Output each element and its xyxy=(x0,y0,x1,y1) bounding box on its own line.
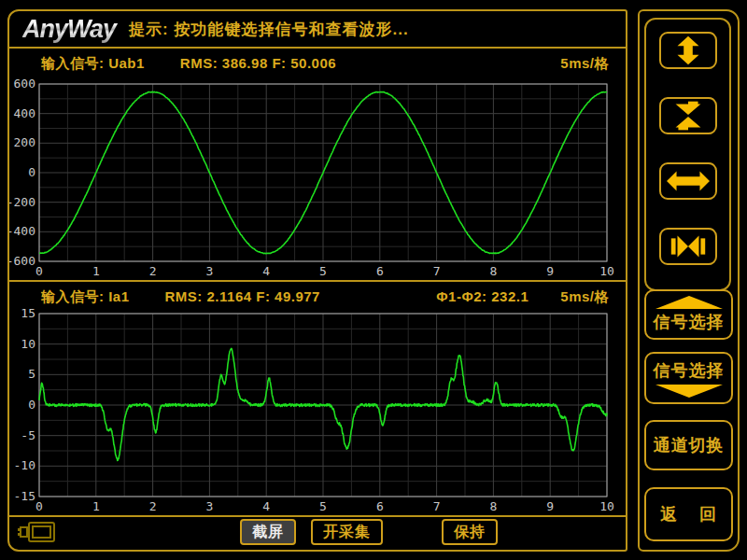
channel-switch-label: 通道切换 xyxy=(654,434,725,456)
waveform-zoom-group xyxy=(644,18,731,291)
voltage-timebase: 5ms/格 xyxy=(560,55,609,73)
svg-text:0: 0 xyxy=(35,264,43,278)
svg-text:-15: -15 xyxy=(14,489,35,503)
svg-text:-5: -5 xyxy=(21,428,35,442)
return-label-right: 回 xyxy=(699,503,717,525)
vertical-compress-button[interactable] xyxy=(659,97,717,134)
current-waveform-chart: -15-10-5051015012345678910 xyxy=(9,306,626,515)
return-label-left: 返 xyxy=(660,503,678,525)
svg-text:9: 9 xyxy=(546,499,554,513)
svg-text:-200: -200 xyxy=(9,195,35,209)
vertical-expand-icon xyxy=(667,35,710,65)
main-frame: AnyWay 提示: 按功能键选择信号和查看波形... 输入信号: Uab1 R… xyxy=(7,9,627,552)
svg-text:-600: -600 xyxy=(9,254,35,268)
anyway-logo: AnyWay xyxy=(22,15,121,44)
svg-text:8: 8 xyxy=(489,499,497,513)
svg-text:0: 0 xyxy=(28,165,35,179)
svg-text:4: 4 xyxy=(262,264,270,278)
svg-text:1: 1 xyxy=(92,499,100,513)
title-bar: AnyWay 提示: 按功能键选择信号和查看波形... xyxy=(9,11,626,49)
signal-select-down-label: 信号选择 xyxy=(654,359,725,382)
svg-text:600: 600 xyxy=(14,77,35,91)
signal-select-up-label: 信号选择 xyxy=(654,311,725,333)
phase-difference: Φ1-Φ2: 232.1 xyxy=(436,288,529,306)
hold-button[interactable]: 保持 xyxy=(442,519,498,545)
current-measurements: RMS: 2.1164 F: 49.977 xyxy=(165,288,320,306)
svg-text:200: 200 xyxy=(14,135,35,149)
channel-switch-button[interactable]: 通道切换 xyxy=(644,420,733,470)
horizontal-compress-icon xyxy=(667,231,710,261)
voltage-measurements: RMS: 386.98 F: 50.006 xyxy=(180,55,336,73)
svg-text:10: 10 xyxy=(599,264,614,278)
voltage-waveform-chart: -600-400-2000200400600012345678910 xyxy=(9,73,626,280)
sidebar: 信号选择 信号选择 通道切换 返 回 xyxy=(638,9,740,552)
svg-text:-10: -10 xyxy=(14,458,35,472)
svg-text:10: 10 xyxy=(21,337,35,351)
return-button[interactable]: 返 回 xyxy=(644,487,733,541)
start-capture-button[interactable]: 开采集 xyxy=(311,519,383,545)
svg-text:6: 6 xyxy=(376,499,384,513)
voltage-panel: 输入信号: Uab1 RMS: 386.98 F: 50.006 5ms/格 -… xyxy=(9,49,626,282)
vertical-compress-icon xyxy=(667,101,710,131)
signal-select-up-button[interactable]: 信号选择 xyxy=(644,289,733,340)
svg-text:15: 15 xyxy=(21,306,35,320)
svg-text:9: 9 xyxy=(546,264,554,278)
svg-text:4: 4 xyxy=(262,499,270,513)
svg-text:8: 8 xyxy=(489,264,497,278)
svg-text:2: 2 xyxy=(149,499,157,513)
svg-text:7: 7 xyxy=(433,264,441,278)
horizontal-expand-button[interactable] xyxy=(659,162,717,200)
svg-text:400: 400 xyxy=(14,106,35,120)
bottom-bar: 截屏 开采集 保持 xyxy=(9,517,626,548)
voltage-signal-label: 输入信号: Uab1 xyxy=(41,55,145,73)
svg-text:5: 5 xyxy=(28,367,35,381)
svg-text:3: 3 xyxy=(205,499,213,513)
current-signal-label: 输入信号: Ia1 xyxy=(41,288,130,306)
screenshot-button[interactable]: 截屏 xyxy=(240,519,296,545)
svg-text:7: 7 xyxy=(433,499,441,513)
analyzer-screen: AnyWay 提示: 按功能键选择信号和查看波形... 输入信号: Uab1 R… xyxy=(0,0,747,560)
triangle-up-icon xyxy=(655,296,723,309)
vertical-expand-button[interactable] xyxy=(659,32,717,69)
current-panel-header: 输入信号: Ia1 RMS: 2.1164 F: 49.977 Φ1-Φ2: 2… xyxy=(41,288,609,306)
svg-text:1: 1 xyxy=(92,264,100,278)
hint-message: 提示: 按功能键选择信号和查看波形... xyxy=(129,19,409,40)
svg-text:3: 3 xyxy=(205,264,213,278)
triangle-down-icon xyxy=(655,385,723,398)
svg-text:0: 0 xyxy=(28,398,35,412)
svg-text:0: 0 xyxy=(35,499,43,513)
svg-text:-400: -400 xyxy=(9,224,35,238)
voltage-panel-header: 输入信号: Uab1 RMS: 386.98 F: 50.006 5ms/格 xyxy=(41,55,609,73)
horizontal-expand-icon xyxy=(667,166,710,196)
svg-text:6: 6 xyxy=(376,264,384,278)
current-panel: 输入信号: Ia1 RMS: 2.1164 F: 49.977 Φ1-Φ2: 2… xyxy=(9,282,626,517)
current-timebase: 5ms/格 xyxy=(560,288,609,306)
svg-text:5: 5 xyxy=(319,499,327,513)
svg-text:10: 10 xyxy=(599,499,614,513)
battery-icon xyxy=(17,520,58,545)
signal-select-down-button[interactable]: 信号选择 xyxy=(644,352,733,404)
svg-text:5: 5 xyxy=(319,264,327,278)
horizontal-compress-button[interactable] xyxy=(659,228,717,265)
svg-text:2: 2 xyxy=(149,264,157,278)
